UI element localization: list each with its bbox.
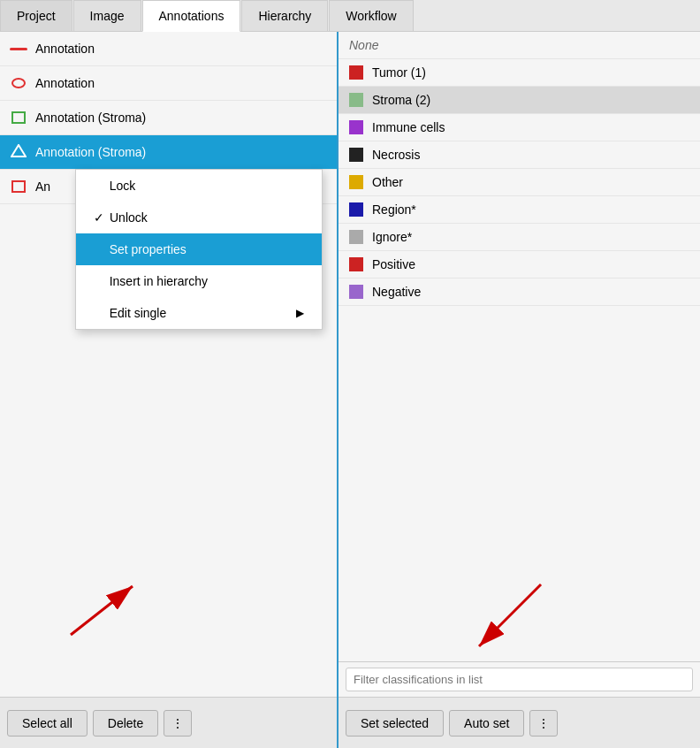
tab-workflow[interactable]: Workflow bbox=[329, 0, 413, 31]
hierarchy-list: None Tumor (1) Stroma (2) bbox=[339, 32, 700, 661]
tab-project[interactable]: Project bbox=[0, 0, 72, 31]
color-swatch-stroma bbox=[349, 93, 363, 107]
tab-bar: Project Image Annotations Hierarchy Work… bbox=[0, 0, 700, 32]
more-options-button-left[interactable]: ⋮ bbox=[164, 710, 192, 737]
delete-button[interactable]: Delete bbox=[93, 710, 158, 737]
classification-item-negative[interactable]: Negative bbox=[339, 279, 700, 306]
color-swatch-immune bbox=[349, 120, 363, 134]
classification-label-ignore: Ignore* bbox=[372, 230, 412, 244]
left-panel: Annotation Annotation Annotation (Stroma… bbox=[0, 32, 339, 748]
bottom-bar-left: Select all Delete ⋮ bbox=[0, 697, 337, 748]
line-icon bbox=[9, 39, 28, 58]
context-menu-lock[interactable]: Lock bbox=[76, 170, 322, 202]
color-swatch-positive bbox=[349, 257, 363, 271]
color-swatch-negative bbox=[349, 285, 363, 299]
classification-label-region: Region* bbox=[372, 202, 416, 217]
context-menu: Lock ✓ Unlock Set properties Insert in h… bbox=[75, 169, 323, 330]
classification-label-stroma: Stroma (2) bbox=[372, 93, 430, 107]
annotation-list: Annotation Annotation Annotation (Stroma… bbox=[0, 32, 337, 697]
set-selected-button[interactable]: Set selected bbox=[346, 710, 444, 737]
rect-green-icon bbox=[9, 108, 28, 127]
color-swatch-other bbox=[349, 175, 363, 189]
classification-label-necrosis: Necrosis bbox=[372, 148, 420, 162]
main-content: Annotation Annotation Annotation (Stroma… bbox=[0, 32, 700, 748]
classification-item-immune[interactable]: Immune cells bbox=[339, 114, 700, 141]
classification-item-tumor[interactable]: Tumor (1) bbox=[339, 59, 700, 87]
annotation-label-0: Annotation bbox=[35, 42, 95, 56]
tab-annotations[interactable]: Annotations bbox=[142, 0, 241, 32]
app-container: Project Image Annotations Hierarchy Work… bbox=[0, 0, 700, 748]
right-panel: None Tumor (1) Stroma (2) bbox=[339, 32, 700, 748]
classification-item-ignore[interactable]: Ignore* bbox=[339, 224, 700, 251]
classification-label-positive: Positive bbox=[372, 257, 415, 271]
classification-item-necrosis[interactable]: Necrosis bbox=[339, 141, 700, 169]
classification-label-other: Other bbox=[372, 175, 403, 189]
context-menu-insert-hierarchy[interactable]: Insert in hierarchy bbox=[76, 265, 322, 297]
classification-item-stroma[interactable]: Stroma (2) bbox=[339, 87, 700, 114]
select-all-button[interactable]: Select all bbox=[7, 710, 88, 737]
color-swatch-tumor bbox=[349, 65, 363, 80]
classification-item-positive[interactable]: Positive bbox=[339, 251, 700, 279]
annotation-item-1[interactable]: Annotation bbox=[0, 66, 337, 101]
color-swatch-necrosis bbox=[349, 148, 363, 162]
svg-marker-0 bbox=[11, 145, 26, 156]
annotation-label-2: Annotation (Stroma) bbox=[35, 111, 146, 125]
color-swatch-ignore bbox=[349, 230, 363, 244]
context-menu-set-properties[interactable]: Set properties bbox=[76, 233, 322, 265]
more-options-button-right[interactable]: ⋮ bbox=[529, 710, 558, 737]
context-menu-unlock[interactable]: ✓ Unlock bbox=[76, 202, 322, 233]
annotation-item-0[interactable]: Annotation bbox=[0, 32, 337, 66]
bottom-bar-right: Set selected Auto set ⋮ bbox=[339, 697, 700, 748]
rect-red-icon bbox=[9, 177, 28, 196]
submenu-arrow-icon: ▶ bbox=[296, 307, 304, 319]
classification-item-other[interactable]: Other bbox=[339, 169, 700, 196]
filter-box bbox=[339, 661, 700, 697]
context-menu-edit-single[interactable]: Edit single ▶ bbox=[76, 297, 322, 329]
auto-set-button[interactable]: Auto set bbox=[449, 710, 524, 737]
classification-label-none: None bbox=[349, 38, 378, 52]
classification-label-tumor: Tumor (1) bbox=[372, 65, 426, 80]
filter-input[interactable] bbox=[346, 668, 693, 691]
annotation-item-2[interactable]: Annotation (Stroma) bbox=[0, 101, 337, 135]
annotation-label-3: Annotation (Stroma) bbox=[35, 145, 146, 159]
classification-item-none[interactable]: None bbox=[339, 32, 700, 59]
annotation-item-3[interactable]: Annotation (Stroma) bbox=[0, 135, 337, 170]
polygon-teal-icon bbox=[9, 142, 28, 162]
ellipse-icon bbox=[9, 73, 28, 93]
tab-image[interactable]: Image bbox=[73, 0, 141, 31]
classification-label-immune: Immune cells bbox=[372, 120, 445, 134]
annotation-label-1: Annotation bbox=[35, 76, 95, 90]
color-swatch-region bbox=[349, 202, 363, 217]
classification-label-negative: Negative bbox=[372, 285, 421, 299]
annotation-label-4: An bbox=[35, 179, 50, 194]
right-panel-wrapper: None Tumor (1) Stroma (2) bbox=[339, 32, 700, 748]
tab-hierarchy[interactable]: Hierarchy bbox=[241, 0, 328, 31]
classification-item-region[interactable]: Region* bbox=[339, 196, 700, 224]
